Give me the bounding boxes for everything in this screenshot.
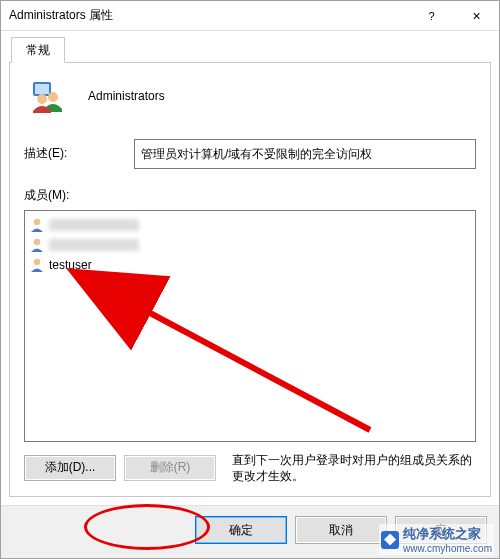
members-listbox[interactable]: testuser [24, 210, 476, 442]
dialog-window: Administrators 属性 ? × 常规 Administrators … [0, 0, 500, 559]
tab-general[interactable]: 常规 [11, 37, 65, 63]
window-title: Administrators 属性 [9, 7, 409, 24]
apply-button[interactable]: 应 [395, 516, 487, 544]
tab-content: Administrators 描述(E): 成员(M): [9, 63, 491, 497]
description-label: 描述(E): [24, 139, 134, 169]
membership-note: 直到下一次用户登录时对用户的组成员关系的更改才生效。 [224, 452, 476, 484]
user-icon [29, 217, 45, 233]
help-button[interactable]: ? [409, 1, 454, 31]
member-name [49, 219, 139, 231]
list-item[interactable] [27, 215, 473, 235]
tab-strip: 常规 [9, 37, 491, 63]
tab-underline [9, 62, 491, 63]
svg-point-5 [34, 239, 40, 245]
svg-point-3 [37, 94, 47, 104]
user-icon [29, 257, 45, 273]
remove-button: 删除(R) [124, 455, 216, 481]
svg-rect-1 [35, 84, 49, 94]
list-item[interactable] [27, 235, 473, 255]
member-buttons-row: 添加(D)... 删除(R) 直到下一次用户登录时对用户的组成员关系的更改才生效… [24, 452, 476, 484]
member-name [49, 239, 139, 251]
group-name-label: Administrators [88, 89, 165, 103]
member-name: testuser [49, 258, 92, 272]
dialog-button-row: 确定 取消 应 [1, 505, 499, 558]
svg-point-2 [48, 92, 58, 102]
group-header: Administrators [30, 79, 476, 113]
title-bar: Administrators 属性 ? × [1, 1, 499, 31]
group-icon [30, 79, 64, 113]
svg-point-6 [34, 259, 40, 265]
ok-button[interactable]: 确定 [195, 516, 287, 544]
add-button[interactable]: 添加(D)... [24, 455, 116, 481]
description-row: 描述(E): [24, 139, 476, 169]
user-icon [29, 237, 45, 253]
list-item[interactable]: testuser [27, 255, 473, 275]
close-button[interactable]: × [454, 1, 499, 31]
svg-point-4 [34, 219, 40, 225]
cancel-button[interactable]: 取消 [295, 516, 387, 544]
members-label: 成员(M): [24, 187, 476, 204]
description-field[interactable] [134, 139, 476, 169]
